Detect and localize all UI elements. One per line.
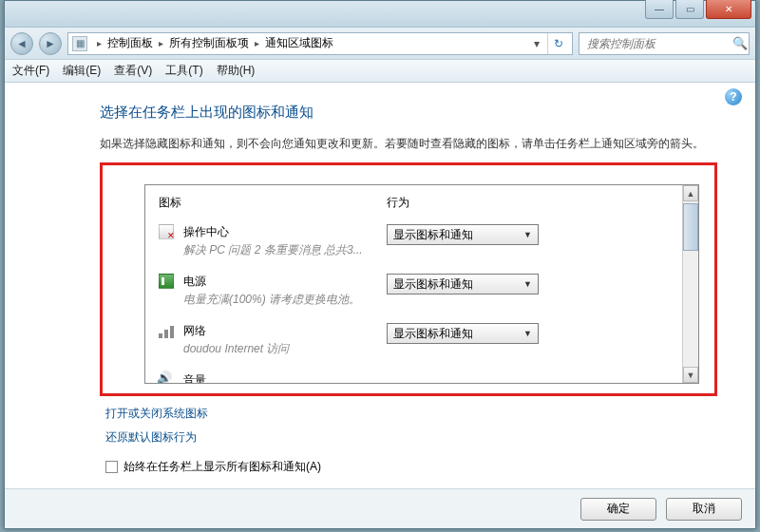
row-subtitle: 解决 PC 问题 2 条重要消息 总共3... bbox=[183, 242, 363, 258]
behavior-select[interactable]: 显示图标和通知 bbox=[387, 323, 539, 344]
back-button[interactable]: ◄ bbox=[10, 32, 33, 55]
minimize-button[interactable]: — bbox=[645, 0, 674, 19]
menu-view[interactable]: 查看(V) bbox=[114, 63, 152, 79]
close-button[interactable]: ✕ bbox=[706, 0, 751, 19]
menu-tools[interactable]: 工具(T) bbox=[165, 63, 202, 79]
chevron-icon: ▸ bbox=[97, 38, 102, 48]
scrollbar[interactable]: ▲ ▼ bbox=[682, 185, 698, 383]
power-icon bbox=[159, 274, 174, 289]
menu-bar: 文件(F) 编辑(E) 查看(V) 工具(T) 帮助(H) bbox=[5, 60, 755, 83]
volume-icon bbox=[159, 372, 174, 383]
scroll-down-button[interactable]: ▼ bbox=[683, 367, 698, 383]
highlight-box: 图标 行为 操作中心 解决 PC 问题 2 条重要消息 总共3... bbox=[100, 162, 717, 396]
row-title: 网络 bbox=[183, 323, 289, 339]
row-title: 音量 bbox=[183, 372, 206, 383]
behavior-select[interactable]: 显示图标和通知 bbox=[387, 274, 539, 294]
menu-help[interactable]: 帮助(H) bbox=[217, 63, 256, 79]
crumb-all-items[interactable]: 所有控制面板项 bbox=[169, 35, 249, 51]
list-item: 音量 bbox=[159, 372, 669, 383]
row-subtitle: doudou Internet 访问 bbox=[183, 341, 289, 357]
page-description: 如果选择隐藏图标和通知，则不会向您通知更改和更新。若要随时查看隐藏的图标，请单击… bbox=[100, 135, 717, 153]
footer: 确定 取消 bbox=[5, 488, 755, 528]
nav-row: ◄ ► ▦ ▸ 控制面板 ▸ 所有控制面板项 ▸ 通知区域图标 ▾ ↻ 🔍 bbox=[5, 28, 755, 60]
link-restore-defaults[interactable]: 还原默认图标行为 bbox=[105, 429, 717, 446]
search-box[interactable]: 🔍 bbox=[579, 32, 750, 55]
help-icon[interactable]: ? bbox=[725, 88, 742, 105]
always-show-label: 始终在任务栏上显示所有图标和通知(A) bbox=[124, 459, 321, 475]
chevron-icon: ▸ bbox=[255, 38, 259, 48]
menu-edit[interactable]: 编辑(E) bbox=[63, 63, 101, 79]
row-subtitle: 电量充满(100%) 请考虑更换电池。 bbox=[183, 292, 360, 308]
scroll-up-button[interactable]: ▲ bbox=[683, 185, 698, 201]
crumb-notification-icons[interactable]: 通知区域图标 bbox=[265, 35, 333, 51]
ok-button[interactable]: 确定 bbox=[580, 498, 656, 521]
cancel-button[interactable]: 取消 bbox=[666, 498, 742, 521]
chevron-icon: ▸ bbox=[159, 38, 163, 48]
list-item: 操作中心 解决 PC 问题 2 条重要消息 总共3... 显示图标和通知 bbox=[159, 224, 669, 258]
breadcrumb[interactable]: ▦ ▸ 控制面板 ▸ 所有控制面板项 ▸ 通知区域图标 ▾ ↻ bbox=[67, 32, 573, 55]
forward-button[interactable]: ► bbox=[39, 32, 62, 55]
titlebar: — ▭ ✕ bbox=[5, 1, 755, 28]
menu-file[interactable]: 文件(F) bbox=[12, 63, 49, 79]
list-item: 网络 doudou Internet 访问 显示图标和通知 bbox=[159, 323, 669, 357]
list-item: 电源 电量充满(100%) 请考虑更换电池。 显示图标和通知 bbox=[159, 274, 669, 308]
search-input[interactable] bbox=[585, 36, 732, 51]
scroll-thumb[interactable] bbox=[683, 203, 698, 251]
column-header-icon: 图标 bbox=[159, 195, 387, 211]
always-show-checkbox[interactable] bbox=[105, 461, 118, 473]
content-area: ? 选择在任务栏上出现的图标和通知 如果选择隐藏图标和通知，则不会向您通知更改和… bbox=[5, 83, 755, 484]
maximize-button[interactable]: ▭ bbox=[675, 0, 704, 19]
action-center-icon bbox=[159, 224, 174, 239]
link-system-icons[interactable]: 打开或关闭系统图标 bbox=[105, 406, 717, 422]
column-header-action: 行为 bbox=[387, 195, 669, 211]
icon-list: 图标 行为 操作中心 解决 PC 问题 2 条重要消息 总共3... bbox=[144, 184, 699, 384]
control-panel-icon: ▦ bbox=[72, 36, 87, 51]
page-title: 选择在任务栏上出现的图标和通知 bbox=[100, 104, 717, 122]
refresh-button[interactable]: ↻ bbox=[547, 33, 568, 54]
window: — ▭ ✕ ◄ ► ▦ ▸ 控制面板 ▸ 所有控制面板项 ▸ 通知区域图标 ▾ … bbox=[4, 0, 756, 529]
behavior-select[interactable]: 显示图标和通知 bbox=[387, 224, 539, 245]
network-icon bbox=[159, 323, 174, 338]
address-dropdown[interactable]: ▾ bbox=[528, 37, 545, 50]
crumb-control-panel[interactable]: 控制面板 bbox=[107, 35, 153, 51]
row-title: 电源 bbox=[183, 274, 360, 290]
search-icon[interactable]: 🔍 bbox=[732, 36, 748, 50]
row-title: 操作中心 bbox=[183, 224, 363, 240]
